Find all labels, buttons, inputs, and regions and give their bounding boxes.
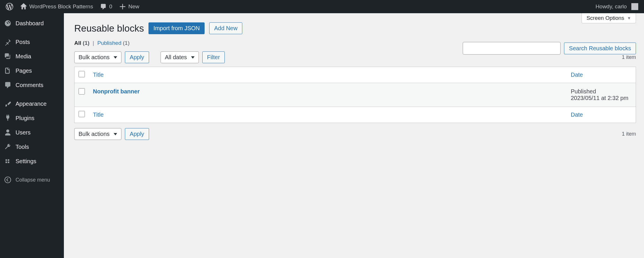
- bulk-actions-select[interactable]: Bulk actions: [74, 51, 121, 63]
- account-link[interactable]: Howdy, carlo: [592, 0, 642, 13]
- new-content-link[interactable]: New: [116, 0, 143, 13]
- howdy-text: Howdy, carlo: [596, 3, 627, 10]
- dashboard-icon: [4, 20, 12, 27]
- admin-bar: WordPress Block Patterns 0 New Howdy, ca…: [0, 0, 644, 13]
- collapse-label: Collapse menu: [16, 177, 50, 183]
- home-icon: [20, 3, 27, 10]
- menu-pages[interactable]: Pages: [0, 63, 64, 78]
- admin-bar-right: Howdy, carlo: [592, 0, 642, 13]
- site-name: WordPress Block Patterns: [29, 3, 93, 10]
- comments-count: 0: [109, 3, 112, 10]
- row-title-link[interactable]: Nonprofit banner: [93, 88, 140, 95]
- menu-media[interactable]: Media: [0, 49, 64, 63]
- import-json-button[interactable]: Import from JSON: [148, 22, 205, 34]
- apply-button-top[interactable]: Apply: [125, 51, 149, 63]
- brush-icon: [4, 100, 12, 107]
- col-date-footer[interactable]: Date: [571, 111, 583, 118]
- pages-icon: [4, 67, 12, 74]
- menu-label: Comments: [16, 82, 43, 88]
- menu-label: Posts: [16, 39, 30, 45]
- menu-appearance[interactable]: Appearance: [0, 97, 64, 111]
- wordpress-icon: [6, 3, 13, 10]
- filter-all[interactable]: All (1): [74, 40, 91, 46]
- new-label: New: [128, 3, 139, 10]
- date-filter-select[interactable]: All dates: [161, 51, 199, 63]
- filter-published[interactable]: Published (1): [97, 40, 129, 46]
- menu-posts[interactable]: Posts: [0, 35, 64, 49]
- menu-label: Appearance: [16, 101, 47, 107]
- menu-users[interactable]: Users: [0, 125, 64, 140]
- plug-icon: [4, 114, 12, 122]
- comment-icon: [4, 81, 12, 89]
- page-title: Reusable blocks: [74, 23, 144, 34]
- col-title-header[interactable]: Title: [93, 72, 104, 78]
- screen-options-label: Screen Options: [586, 15, 624, 21]
- apply-button-bottom[interactable]: Apply: [125, 128, 149, 140]
- item-count-top: 1 item: [622, 54, 636, 60]
- search-button[interactable]: Search Reusable blocks: [564, 43, 636, 54]
- collapse-menu[interactable]: Collapse menu: [0, 173, 64, 187]
- select-all-top[interactable]: [79, 71, 85, 77]
- wrench-icon: [4, 143, 12, 151]
- menu-label: Pages: [16, 68, 32, 74]
- menu-settings[interactable]: Settings: [0, 154, 64, 168]
- col-date-header[interactable]: Date: [571, 72, 583, 78]
- table-row: Nonprofit banner Published 2023/05/11 at…: [75, 83, 636, 107]
- add-new-button[interactable]: Add New: [209, 22, 242, 34]
- menu-comments[interactable]: Comments: [0, 78, 64, 92]
- menu-plugins[interactable]: Plugins: [0, 111, 64, 125]
- pin-icon: [4, 38, 12, 46]
- media-icon: [4, 53, 12, 60]
- menu-label: Dashboard: [16, 20, 44, 27]
- site-name-link[interactable]: WordPress Block Patterns: [17, 0, 96, 13]
- menu-dashboard[interactable]: Dashboard: [0, 16, 64, 30]
- screen-options-toggle[interactable]: Screen Options: [582, 13, 636, 23]
- collapse-icon: [4, 176, 12, 184]
- col-title-footer[interactable]: Title: [93, 111, 104, 118]
- wp-logo[interactable]: [2, 0, 17, 13]
- main-content: Screen Options Reusable blocks Import fr…: [64, 13, 644, 258]
- svg-point-0: [5, 177, 11, 183]
- menu-label: Plugins: [16, 115, 35, 122]
- search-input[interactable]: [463, 42, 561, 55]
- admin-sidebar: Dashboard Posts Media Pages Comments App…: [0, 13, 64, 258]
- select-all-bottom[interactable]: [79, 111, 85, 117]
- tablenav-bottom: Bulk actions Apply 1 item: [74, 128, 636, 140]
- avatar-icon: [631, 3, 638, 10]
- menu-tools[interactable]: Tools: [0, 140, 64, 154]
- user-icon: [4, 129, 12, 136]
- row-checkbox[interactable]: [79, 88, 85, 95]
- admin-bar-left: WordPress Block Patterns 0 New: [2, 0, 143, 13]
- page-header: Reusable blocks Import from JSON Add New: [74, 13, 636, 34]
- row-date: Published 2023/05/11 at 2:32 pm: [567, 83, 636, 107]
- comments-link[interactable]: 0: [96, 0, 116, 13]
- plus-icon: [119, 3, 126, 10]
- menu-label: Users: [16, 129, 31, 136]
- bulk-actions-select-bottom[interactable]: Bulk actions: [74, 128, 121, 140]
- filter-button[interactable]: Filter: [202, 51, 225, 63]
- settings-icon: [4, 157, 12, 165]
- menu-label: Settings: [16, 158, 36, 165]
- blocks-table: Title Date Nonprofit banner Published 20…: [74, 67, 636, 123]
- item-count-bottom: 1 item: [622, 131, 636, 137]
- comment-icon: [100, 3, 107, 10]
- menu-label: Media: [16, 53, 31, 60]
- search-bar: Search Reusable blocks: [463, 42, 636, 55]
- menu-label: Tools: [16, 144, 29, 150]
